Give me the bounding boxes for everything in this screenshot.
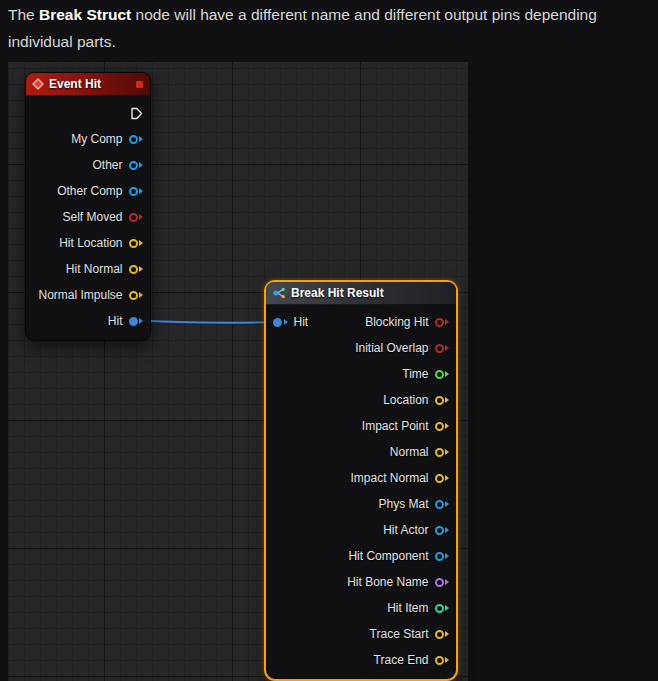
pin-label: Self Moved	[62, 210, 122, 224]
pin-row: Hit Actor	[266, 517, 456, 543]
hit-connection-wire[interactable]	[135, 320, 279, 323]
pin-label: Hit Component	[348, 549, 428, 563]
pin-label: Hit Actor	[383, 523, 428, 537]
pin-row: Trace End	[266, 647, 456, 673]
output-cell: Hit Component	[348, 549, 449, 563]
break-node-title: Break Hit Result	[291, 286, 450, 300]
pin-label: Hit Bone Name	[347, 575, 428, 589]
output-cell: Phys Mat	[378, 497, 449, 511]
pin-row: Other	[26, 152, 150, 178]
pin-row: Time	[266, 361, 456, 387]
output-cell: Time	[402, 367, 449, 381]
output-cell: Hit Actor	[383, 523, 449, 537]
output-cell: Trace Start	[370, 627, 449, 641]
int-pin-icon[interactable]	[435, 604, 450, 613]
output-cell: Trace End	[374, 653, 449, 667]
vector-pin-icon[interactable]	[435, 656, 450, 665]
output-cell: Impact Point	[362, 419, 449, 433]
input-cell: Hit	[273, 315, 308, 329]
break-node-header[interactable]: Break Hit Result	[266, 282, 456, 305]
struct-pin-icon[interactable]	[273, 318, 288, 327]
vector-pin-icon[interactable]	[435, 396, 450, 405]
output-cell: Initial Overlap	[355, 341, 449, 355]
pin-label: Location	[383, 393, 428, 407]
pin-row: Other Comp	[26, 178, 150, 204]
pin-row: Hit Bone Name	[266, 569, 456, 595]
pin-row: Normal Impulse	[26, 282, 150, 308]
break-hit-result-node[interactable]: Break Hit Result HitBlocking HitInitial …	[264, 280, 458, 681]
bool-pin-icon[interactable]	[435, 318, 450, 327]
doc-text-post: node will have a different name and diff…	[131, 6, 597, 23]
object-pin-icon[interactable]	[129, 135, 144, 144]
pin-label: My Comp	[71, 132, 122, 146]
object-pin-icon[interactable]	[129, 187, 144, 196]
page: { "intro": { "line1_pre": "The ", "line1…	[0, 0, 658, 681]
pin-label: Hit	[108, 314, 123, 328]
doc-paragraph-line-2: individual parts.	[8, 28, 658, 55]
event-node-title: Event Hit	[49, 77, 130, 91]
doc-text: The Break Struct node will have a differ…	[8, 1, 658, 55]
object-pin-icon[interactable]	[435, 526, 450, 535]
delegate-pin-icon[interactable]	[135, 80, 144, 89]
pin-row: Hit	[26, 308, 150, 334]
event-icon	[32, 78, 44, 90]
pin-row: HitBlocking Hit	[266, 309, 456, 335]
vector-pin-icon[interactable]	[129, 239, 144, 248]
break-node-pin-list: HitBlocking HitInitial OverlapTimeLocati…	[266, 305, 456, 679]
pin-row: Trace Start	[266, 621, 456, 647]
vector-pin-icon[interactable]	[435, 474, 450, 483]
name-pin-icon[interactable]	[435, 578, 450, 587]
pin-label: Impact Normal	[350, 471, 428, 485]
output-cell: Normal	[390, 445, 449, 459]
float-pin-icon[interactable]	[435, 370, 450, 379]
pin-label: Hit Normal	[66, 262, 123, 276]
pin-row: Hit Component	[266, 543, 456, 569]
pin-label: Normal Impulse	[38, 288, 122, 302]
pin-row: Impact Point	[266, 413, 456, 439]
vector-pin-icon[interactable]	[129, 291, 144, 300]
object-pin-icon[interactable]	[435, 500, 450, 509]
output-cell: Impact Normal	[350, 471, 449, 485]
pin-row: Location	[266, 387, 456, 413]
object-pin-icon[interactable]	[129, 161, 144, 170]
pin-row: Hit Normal	[26, 256, 150, 282]
doc-paragraph-line-1: The Break Struct node will have a differ…	[8, 1, 658, 28]
pin-label: Hit	[294, 315, 309, 329]
struct-pin-icon[interactable]	[129, 317, 144, 326]
event-hit-node[interactable]: Event Hit My CompOtherOther CompSelf Mov…	[25, 72, 151, 341]
vector-pin-icon[interactable]	[435, 630, 450, 639]
bool-pin-icon[interactable]	[435, 344, 450, 353]
pin-label: Other	[92, 158, 122, 172]
output-cell: Blocking Hit	[365, 315, 449, 329]
event-hit-header[interactable]: Event Hit	[26, 73, 150, 96]
pin-row: Initial Overlap	[266, 335, 456, 361]
pin-row: Hit Location	[26, 230, 150, 256]
output-cell: Hit Bone Name	[347, 575, 449, 589]
pin-label: Time	[402, 367, 428, 381]
pin-label: Initial Overlap	[355, 341, 428, 355]
pin-label: Trace End	[374, 653, 429, 667]
pin-row: Impact Normal	[266, 465, 456, 491]
output-cell: Hit Item	[387, 601, 449, 615]
pin-label: Trace Start	[370, 627, 429, 641]
pin-row	[26, 100, 150, 126]
doc-bold-term: Break Struct	[39, 6, 131, 23]
bool-pin-icon[interactable]	[129, 213, 144, 222]
break-struct-icon	[272, 287, 286, 299]
pin-row: Self Moved	[26, 204, 150, 230]
vector-pin-icon[interactable]	[435, 422, 450, 431]
pin-row: Normal	[266, 439, 456, 465]
pin-label: Normal	[390, 445, 429, 459]
object-pin-icon[interactable]	[435, 552, 450, 561]
vector-pin-icon[interactable]	[435, 448, 450, 457]
output-cell: Location	[383, 393, 449, 407]
exec-pin-icon[interactable]	[130, 107, 143, 120]
blueprint-graph-canvas[interactable]: Event Hit My CompOtherOther CompSelf Mov…	[8, 62, 468, 681]
event-hit-pin-list: My CompOtherOther CompSelf MovedHit Loca…	[26, 96, 150, 340]
pin-row: Phys Mat	[266, 491, 456, 517]
pin-label: Other Comp	[57, 184, 122, 198]
pin-label: Impact Point	[362, 419, 429, 433]
pin-label: Blocking Hit	[365, 315, 428, 329]
vector-pin-icon[interactable]	[129, 265, 144, 274]
pin-label: Hit Location	[59, 236, 122, 250]
